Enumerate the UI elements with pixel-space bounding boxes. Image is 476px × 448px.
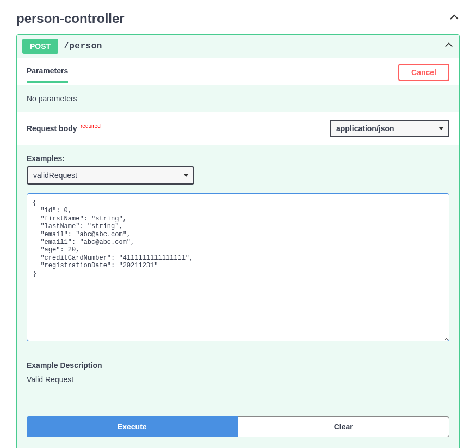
controller-header[interactable]: person-controller <box>16 5 460 32</box>
content-type-select[interactable]: application/json <box>330 120 449 137</box>
cancel-button[interactable]: Cancel <box>398 64 449 81</box>
operation-summary[interactable]: POST /person <box>17 35 459 58</box>
operation-block: POST /person Parameters Cancel No parame… <box>16 34 460 448</box>
examples-label: Examples: <box>27 154 449 163</box>
operation-path: /person <box>64 41 102 51</box>
body-content: Examples: validRequest Example Descripti… <box>17 145 459 448</box>
content-type-select-wrapper: application/json <box>330 120 449 137</box>
no-parameters-text: No parameters <box>17 85 459 112</box>
examples-select[interactable]: validRequest <box>27 166 194 185</box>
example-description-text: Valid Request <box>27 375 449 384</box>
parameters-section-header: Parameters Cancel <box>17 58 459 85</box>
action-button-row: Execute Clear <box>27 416 449 437</box>
request-body-textarea[interactable] <box>27 193 449 341</box>
required-label: required <box>81 123 101 129</box>
request-body-label: Request body <box>27 125 77 133</box>
request-body-header: Request body required application/json <box>17 112 459 145</box>
example-description-label: Example Description <box>27 361 449 370</box>
chevron-up-icon <box>444 40 454 53</box>
chevron-up-icon <box>449 12 460 26</box>
execute-button[interactable]: Execute <box>27 416 238 437</box>
clear-button[interactable]: Clear <box>238 416 450 437</box>
method-badge: POST <box>22 39 58 54</box>
controller-title: person-controller <box>16 11 125 26</box>
examples-select-wrapper: validRequest <box>27 166 194 185</box>
parameters-tab[interactable]: Parameters <box>27 66 68 83</box>
